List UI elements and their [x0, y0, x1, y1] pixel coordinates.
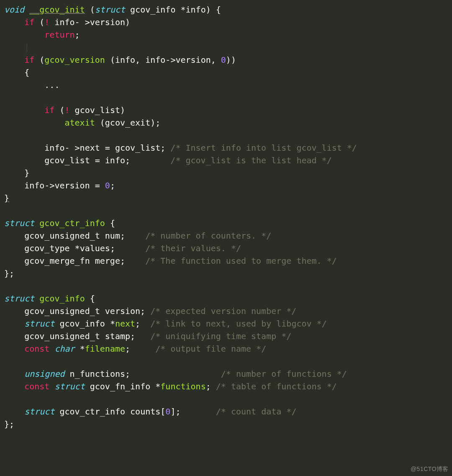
- field-filename: filename: [85, 344, 125, 354]
- type: gcov_fn_info: [90, 381, 151, 391]
- comment: /* link to next, used by libgcov */: [150, 319, 326, 329]
- type-gcov-info: gcov_info: [130, 5, 175, 15]
- keyword-struct: struct: [24, 319, 54, 329]
- comment: /* output file name */: [155, 344, 266, 354]
- args: (gcov_exit);: [95, 118, 161, 128]
- comment: /* gcov_list is the list head */: [170, 155, 331, 165]
- stmt: info- >next = gcov_list;: [44, 143, 165, 153]
- rparen: ): [120, 105, 125, 115]
- fn-gcov-init: __gcov_init: [29, 5, 85, 15]
- rbrace: }: [4, 193, 9, 203]
- close-parens: )): [226, 55, 236, 65]
- rbrace-semi: };: [4, 419, 14, 429]
- keyword-if: if: [24, 17, 34, 27]
- lbrace: {: [110, 218, 115, 228]
- fn-atexit: atexit: [65, 118, 95, 128]
- star: *: [75, 243, 80, 253]
- keyword-struct: struct: [24, 407, 54, 417]
- expr: info- >version: [49, 17, 125, 27]
- lbrace: {: [90, 293, 95, 304]
- rparen-brace: ) {: [206, 5, 221, 15]
- field-functions: functions: [160, 381, 205, 391]
- keyword-if: if: [24, 55, 34, 65]
- args: (info, info->version,: [105, 55, 221, 65]
- literal-zero: 0: [165, 407, 170, 417]
- keyword-struct: struct: [4, 218, 34, 228]
- op-not: !: [65, 105, 70, 115]
- star: *: [110, 319, 115, 329]
- keyword-char: char: [54, 344, 74, 354]
- rbrace-semi: };: [4, 268, 14, 278]
- semicolon: ;: [110, 180, 115, 190]
- struct-gcov-info: gcov_info: [39, 293, 85, 304]
- keyword-struct: struct: [95, 5, 125, 15]
- op-not: !: [44, 17, 49, 27]
- rbrace: }: [24, 168, 29, 178]
- comment: /* table of functions */: [216, 381, 337, 391]
- decl: gcov_merge_fn merge;: [24, 256, 125, 266]
- struct-gcov-ctr-info: gcov_ctr_info: [39, 218, 105, 228]
- decl: gcov_unsigned_t stamp;: [24, 331, 135, 341]
- comment: /* The function used to merge them. */: [145, 256, 337, 266]
- stmt: info->version =: [24, 180, 105, 190]
- decl-post: values;: [80, 243, 115, 253]
- comment: /* their values. */: [145, 243, 241, 253]
- expr: gcov_list: [70, 105, 120, 115]
- comment: /* Insert info into list gcov_list */: [170, 143, 357, 153]
- keyword-if: if: [44, 105, 54, 115]
- lbracket: [: [160, 407, 165, 417]
- lparen: (: [39, 55, 44, 65]
- decl: gcov_unsigned_t num;: [24, 231, 125, 241]
- watermark: @51CTO博客: [411, 465, 449, 473]
- semicolon: ;: [175, 407, 180, 417]
- semicolon: ;: [75, 30, 80, 40]
- comment: /* uniquifying time stamp */: [150, 331, 291, 341]
- comment: /* count data */: [216, 407, 297, 417]
- arg-info: *info: [180, 5, 205, 15]
- ellipsis: ...: [44, 80, 59, 90]
- lparen: (: [59, 105, 64, 115]
- field-counts: counts: [130, 407, 160, 417]
- lbrace: {: [24, 67, 29, 77]
- type: gcov_ctr_info: [59, 407, 125, 417]
- keyword-unsigned: unsigned: [24, 369, 64, 379]
- keyword-void: void: [4, 5, 24, 15]
- comment: /* expected version number */: [150, 306, 296, 316]
- keyword-struct: struct: [4, 293, 34, 304]
- semicolon: ;: [206, 381, 211, 391]
- decl: gcov_unsigned_t version;: [24, 306, 145, 316]
- lparen: (: [90, 5, 95, 15]
- field-next: next: [115, 319, 135, 329]
- keyword-struct: struct: [54, 381, 85, 391]
- literal-zero: 0: [221, 55, 226, 65]
- semicolon: ;: [125, 344, 130, 354]
- keyword-return: return: [44, 30, 74, 40]
- code-block: void __gcov_init (struct gcov_info *info…: [0, 0, 452, 435]
- type: gcov_info: [59, 319, 105, 329]
- semicolon: ;: [135, 319, 140, 329]
- comment: /* number of functions */: [221, 369, 347, 379]
- fn-gcov-version: gcov_version: [44, 55, 105, 65]
- lparen: (: [39, 17, 44, 27]
- rparen: ): [125, 17, 130, 27]
- rbracket: ]: [170, 407, 175, 417]
- keyword-const: const: [24, 381, 49, 391]
- stmt: gcov_list = info;: [44, 155, 130, 165]
- decl-pre: gcov_type: [24, 243, 74, 253]
- star: *: [155, 381, 160, 391]
- comment: /* number of counters. */: [145, 231, 271, 241]
- keyword-const: const: [24, 344, 49, 354]
- star: *: [80, 344, 85, 354]
- field-n-functions: n_functions;: [70, 369, 131, 379]
- literal-zero: 0: [105, 180, 110, 190]
